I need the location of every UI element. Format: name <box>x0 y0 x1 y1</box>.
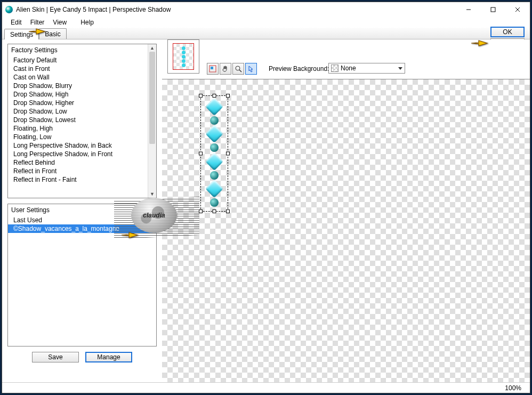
factory-preset-item[interactable]: Drop Shadow, Low <box>8 107 156 116</box>
scrollbar-thumb[interactable] <box>149 52 155 144</box>
tab-label: Settings <box>10 31 33 38</box>
pan-tool[interactable] <box>220 63 231 75</box>
thumbnail-selection <box>173 43 194 70</box>
preview-background-value: None <box>341 65 356 72</box>
user-settings-header: User Settings <box>8 204 156 216</box>
zoom-tool[interactable] <box>232 63 244 75</box>
tab-settings[interactable]: Settings <box>4 29 39 39</box>
status-bar: 100% <box>2 382 530 393</box>
svg-line-7 <box>239 70 241 72</box>
factory-preset-item[interactable]: Cast in Front <box>8 65 156 73</box>
factory-preset-item[interactable]: Drop Shadow, High <box>8 90 156 99</box>
svg-point-6 <box>236 66 240 70</box>
menu-filter[interactable]: Filter <box>26 18 49 27</box>
factory-preset-item[interactable]: Cast on Wall <box>8 73 156 82</box>
factory-preset-item[interactable]: Long Perspective Shadow, in Front <box>8 150 156 158</box>
manage-button[interactable]: Manage <box>85 352 132 362</box>
settings-panel: Factory Settings Factory DefaultCast in … <box>2 39 162 393</box>
factory-preset-item[interactable]: Long Perspective Shadow, in Back <box>8 141 156 150</box>
maximize-button[interactable] <box>481 2 505 17</box>
selection-box[interactable] <box>200 95 228 212</box>
tab-label: Basic <box>45 30 60 38</box>
zoom-level: 100% <box>505 384 521 392</box>
minimize-button[interactable] <box>456 2 481 17</box>
background-swatch-icon <box>331 65 338 72</box>
navigator-tool[interactable] <box>207 63 219 75</box>
selection-handle[interactable] <box>199 209 203 213</box>
ok-button[interactable]: OK <box>490 27 525 37</box>
selection-handle[interactable] <box>226 152 230 156</box>
tab-row: Settings Basic OK Cancel <box>2 28 530 39</box>
selection-handle[interactable] <box>226 209 230 213</box>
menu-view[interactable]: View <box>49 18 71 27</box>
factory-preset-item[interactable]: Reflect in Front <box>8 167 156 175</box>
titlebar[interactable]: Alien Skin | Eye Candy 5 Impact | Perspe… <box>2 2 530 17</box>
menu-edit[interactable]: Edit <box>6 18 26 27</box>
svg-rect-1 <box>491 7 495 12</box>
selection-handle[interactable] <box>199 152 203 156</box>
selection-handle[interactable] <box>213 209 216 213</box>
user-settings-listbox[interactable]: User Settings Last Used©Shadow_vacances_… <box>7 204 157 346</box>
svg-rect-5 <box>211 67 213 69</box>
preview-toolbar <box>207 63 257 75</box>
factory-preset-item[interactable]: Factory Default <box>8 56 156 65</box>
menu-help[interactable]: Help <box>76 18 98 27</box>
thumbnail-content <box>181 46 186 67</box>
scroll-up-icon[interactable]: ▲ <box>148 44 156 52</box>
factory-settings-header: Factory Settings <box>8 44 156 56</box>
factory-preset-item[interactable]: Floating, High <box>8 124 156 133</box>
preview-panel: Preview Background: None <box>162 39 530 393</box>
close-button[interactable] <box>505 2 530 17</box>
selection-handle[interactable] <box>213 94 216 98</box>
app-window: Alien Skin | Eye Candy 5 Impact | Perspe… <box>2 2 530 393</box>
content-area: Factory Settings Factory DefaultCast in … <box>2 39 530 393</box>
preview-background-label: Preview Background: <box>269 65 329 72</box>
preset-button-row: Save Manage <box>7 352 157 362</box>
cursor-tool[interactable] <box>245 63 257 75</box>
dropdown-arrow-icon <box>398 67 402 70</box>
factory-preset-item[interactable]: Reflect Behind <box>8 158 156 167</box>
user-preset-item[interactable]: Last Used <box>8 216 156 224</box>
factory-preset-item[interactable]: Drop Shadow, Lowest <box>8 116 156 124</box>
factory-scrollbar[interactable]: ▲ ▼ <box>148 44 156 198</box>
app-icon <box>5 6 13 13</box>
preview-thumbnail[interactable] <box>167 39 199 74</box>
preview-background-select[interactable]: None <box>328 63 405 74</box>
tab-basic[interactable]: Basic <box>39 28 66 39</box>
selection-handle[interactable] <box>226 94 230 98</box>
selection-handle[interactable] <box>199 94 203 98</box>
factory-preset-item[interactable]: Floating, Low <box>8 133 156 141</box>
window-title: Alien Skin | Eye Candy 5 Impact | Perspe… <box>16 6 456 13</box>
factory-preset-item[interactable]: Reflect in Front - Faint <box>8 175 156 184</box>
factory-settings-listbox[interactable]: Factory Settings Factory DefaultCast in … <box>7 44 157 198</box>
preview-artwork <box>206 100 222 207</box>
factory-preset-item[interactable]: Drop Shadow, Blurry <box>8 82 156 90</box>
user-preset-item[interactable]: ©Shadow_vacances_a_la_montagne <box>8 224 156 233</box>
preview-canvas[interactable]: claudia <box>162 79 530 390</box>
menubar: Edit Filter View Help <box>2 17 530 28</box>
scroll-down-icon[interactable]: ▼ <box>148 190 156 198</box>
factory-preset-item[interactable]: Drop Shadow, Higher <box>8 99 156 107</box>
save-button[interactable]: Save <box>32 352 79 362</box>
